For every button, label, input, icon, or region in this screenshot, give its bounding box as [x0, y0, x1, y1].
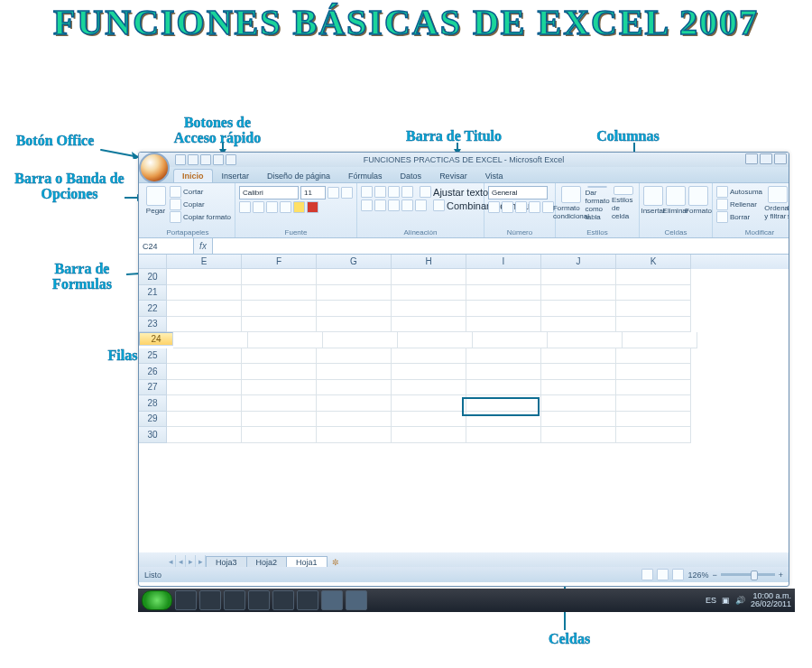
- cell[interactable]: [167, 301, 242, 317]
- font-name-select[interactable]: Calibri: [239, 186, 299, 199]
- cell[interactable]: [173, 332, 248, 348]
- cell[interactable]: [248, 332, 323, 348]
- cell[interactable]: [616, 348, 691, 365]
- open-icon[interactable]: [226, 154, 236, 165]
- format-button[interactable]: Formato: [688, 186, 708, 220]
- fill-color-button[interactable]: [293, 201, 305, 213]
- cell[interactable]: [392, 301, 466, 317]
- cell[interactable]: [541, 412, 616, 428]
- cell[interactable]: [466, 269, 541, 285]
- cell[interactable]: [242, 301, 317, 317]
- close-button[interactable]: [774, 153, 787, 164]
- tab-nav-prev[interactable]: ◂: [176, 555, 186, 567]
- cell[interactable]: [466, 317, 541, 333]
- cell[interactable]: [392, 412, 466, 428]
- underline-button[interactable]: [266, 201, 278, 213]
- tray-flag-icon[interactable]: ▣: [722, 596, 730, 605]
- format-painter-button[interactable]: Copiar formato: [170, 211, 231, 223]
- cell[interactable]: [317, 348, 392, 365]
- border-button[interactable]: [280, 201, 291, 213]
- cell[interactable]: [466, 412, 541, 428]
- cell[interactable]: [242, 412, 317, 428]
- row-header-27[interactable]: 27: [139, 380, 167, 396]
- cell[interactable]: [616, 380, 691, 396]
- cell[interactable]: [317, 427, 392, 443]
- select-all-corner[interactable]: [139, 255, 167, 269]
- cell[interactable]: [167, 395, 242, 412]
- cell[interactable]: [242, 348, 317, 365]
- indent-dec-button[interactable]: [401, 199, 413, 211]
- number-format-select[interactable]: General: [488, 186, 548, 199]
- cell[interactable]: [623, 332, 697, 348]
- row-header-24[interactable]: 24: [139, 332, 173, 346]
- column-header-K[interactable]: K: [616, 255, 691, 269]
- cell[interactable]: [167, 269, 242, 285]
- italic-button[interactable]: [253, 201, 264, 213]
- taskbar-app-paint[interactable]: [297, 590, 318, 610]
- format-as-table-button[interactable]: Dar formato como tabla: [586, 186, 609, 220]
- cell[interactable]: [392, 395, 466, 412]
- taskbar-app-powerpoint[interactable]: [321, 590, 343, 610]
- ribbon-tab-inicio[interactable]: Inicio: [173, 169, 213, 182]
- cell[interactable]: [242, 285, 317, 302]
- ribbon-tab-diseño-de-página[interactable]: Diseño de página: [258, 169, 339, 182]
- column-header-H[interactable]: H: [392, 255, 466, 269]
- orientation-button[interactable]: [401, 186, 413, 198]
- percent-button[interactable]: [502, 201, 513, 213]
- font-color-button[interactable]: [307, 201, 318, 213]
- cell[interactable]: [541, 301, 616, 317]
- cut-button[interactable]: Cortar: [170, 186, 231, 198]
- taskbar-app-excel[interactable]: [346, 590, 367, 610]
- tray-volume-icon[interactable]: 🔊: [735, 596, 745, 605]
- cell[interactable]: [616, 395, 691, 412]
- cell[interactable]: [541, 364, 616, 380]
- cell[interactable]: [616, 301, 691, 317]
- print-icon[interactable]: [213, 154, 224, 165]
- cell[interactable]: [541, 395, 616, 412]
- cell[interactable]: [616, 317, 691, 333]
- align-top-button[interactable]: [361, 186, 373, 198]
- cell[interactable]: [541, 380, 616, 396]
- indent-inc-button[interactable]: [415, 199, 427, 211]
- cell[interactable]: [392, 427, 466, 443]
- cell[interactable]: [317, 380, 392, 396]
- cell[interactable]: [616, 427, 691, 443]
- cell[interactable]: [317, 301, 392, 317]
- name-box[interactable]: [139, 238, 194, 254]
- cell[interactable]: [242, 364, 317, 380]
- cell[interactable]: [548, 332, 623, 348]
- ribbon-tab-vista[interactable]: Vista: [476, 169, 512, 182]
- sheet-tab-hoja1[interactable]: Hoja1: [286, 556, 328, 567]
- name-box-input[interactable]: [139, 238, 193, 254]
- cell[interactable]: [392, 317, 466, 333]
- align-right-button[interactable]: [388, 199, 400, 211]
- column-header-I[interactable]: I: [466, 255, 541, 269]
- taskbar-app-media[interactable]: [224, 590, 245, 610]
- cell[interactable]: [398, 332, 473, 348]
- ribbon-tab-datos[interactable]: Datos: [392, 169, 431, 182]
- cell[interactable]: [167, 412, 242, 428]
- ribbon-tab-insertar[interactable]: Insertar: [213, 169, 259, 182]
- zoom-out-button[interactable]: −: [712, 571, 716, 580]
- cell[interactable]: [242, 317, 317, 333]
- cell[interactable]: [473, 332, 548, 348]
- cell[interactable]: [392, 269, 466, 285]
- cell[interactable]: [167, 285, 242, 302]
- insert-button[interactable]: Insertar: [643, 186, 663, 220]
- cell[interactable]: [466, 380, 541, 396]
- shrink-font-button[interactable]: [341, 187, 353, 199]
- autosum-button[interactable]: Autosuma: [716, 186, 762, 198]
- view-layout-button[interactable]: [657, 569, 669, 580]
- cell[interactable]: [466, 301, 541, 317]
- column-header-E[interactable]: E: [167, 255, 242, 269]
- align-center-button[interactable]: [374, 199, 386, 211]
- conditional-format-button[interactable]: Formato condicional: [559, 186, 583, 220]
- align-bottom-button[interactable]: [388, 186, 400, 198]
- row-header-25[interactable]: 25: [139, 348, 167, 365]
- grow-font-button[interactable]: [328, 187, 339, 199]
- row-header-29[interactable]: 29: [139, 412, 167, 428]
- cell[interactable]: [392, 364, 466, 380]
- tab-nav-next[interactable]: ▸: [186, 555, 196, 567]
- cell[interactable]: [616, 364, 691, 380]
- cell[interactable]: [541, 285, 616, 302]
